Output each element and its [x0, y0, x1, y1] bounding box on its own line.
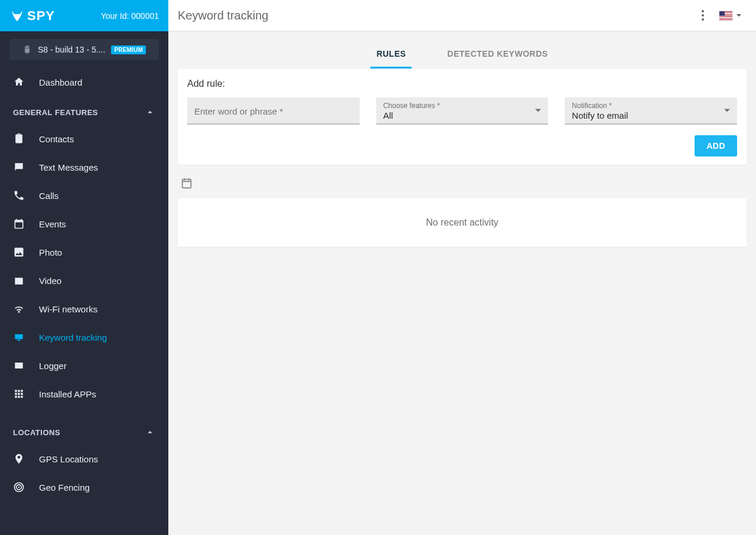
tabs: RULES DETECTED KEYWORDS — [178, 41, 747, 69]
svg-point-1 — [18, 12, 21, 14]
premium-badge: PREMIUM — [111, 45, 146, 54]
phone-icon — [13, 190, 25, 201]
keyboard-alt-icon — [13, 360, 25, 371]
section-header-locations[interactable]: LOCATIONS — [0, 416, 168, 445]
svg-point-0 — [14, 12, 16, 14]
kebab-icon — [702, 10, 704, 21]
sidebar-item-installed-apps[interactable]: Installed APPs — [0, 380, 168, 408]
sidebar-item-label: Text Messages — [39, 162, 98, 172]
sidebar-item-video[interactable]: Video — [0, 266, 168, 295]
add-rule-title: Add rule: — [187, 79, 737, 89]
features-label: Choose features * — [383, 102, 542, 109]
target-icon — [13, 481, 25, 493]
keyword-field[interactable] — [187, 97, 360, 125]
sidebar-item-dashboard[interactable]: Dashboard — [0, 68, 168, 96]
sidebar-item-text-messages[interactable]: Text Messages — [0, 153, 168, 181]
calendar-icon — [13, 218, 25, 230]
features-select[interactable]: Choose features * All — [376, 97, 549, 125]
features-value: All — [383, 110, 542, 120]
keyword-input[interactable] — [194, 106, 353, 116]
sidebar-item-events[interactable]: Events — [0, 210, 168, 238]
sidebar-item-label: Geo Fencing — [39, 482, 90, 492]
svg-point-5 — [702, 10, 704, 12]
sidebar: SPY Your Id: 000001 S8 - build 13 - 5...… — [0, 0, 168, 535]
logo[interactable]: SPY — [9, 8, 55, 24]
device-selector[interactable]: S8 - build 13 - 5.... PREMIUM — [9, 39, 159, 60]
page-title: Keyword tracking — [178, 9, 268, 22]
language-selector[interactable] — [719, 11, 742, 20]
sidebar-item-calls[interactable]: Calls — [0, 181, 168, 210]
user-id[interactable]: Your Id: 000001 — [101, 11, 159, 21]
logo-text: SPY — [27, 8, 55, 24]
date-picker-button[interactable] — [180, 177, 747, 191]
android-icon — [22, 45, 32, 54]
pin-icon — [13, 453, 25, 465]
sidebar-item-label: Logger — [39, 361, 67, 371]
logo-icon — [9, 9, 25, 22]
brand-bar: SPY Your Id: 000001 — [0, 0, 168, 31]
sidebar-item-label: Events — [39, 219, 66, 229]
empty-state-text: No recent activity — [426, 217, 498, 227]
sidebar-item-label: Photo — [39, 247, 62, 257]
sidebar-item-label: Video — [39, 276, 61, 286]
sidebar-item-wifi[interactable]: Wi-Fi networks — [0, 295, 168, 323]
notification-label: Notification * — [572, 102, 730, 109]
notification-select[interactable]: Notification * Notify to email — [565, 97, 737, 125]
sidebar-item-contacts[interactable]: Contacts — [0, 125, 168, 153]
chevron-down-icon — [724, 109, 730, 112]
flag-us-icon — [719, 11, 732, 20]
svg-point-6 — [702, 14, 704, 17]
activity-card: No recent activity — [178, 198, 747, 247]
sidebar-item-logger[interactable]: Logger — [0, 351, 168, 380]
sidebar-item-label: Installed APPs — [39, 389, 96, 399]
wifi-icon — [13, 303, 25, 315]
clipboard-icon — [13, 133, 25, 145]
sms-icon — [13, 161, 25, 173]
chevron-up-icon — [145, 427, 155, 438]
chevron-up-icon — [145, 107, 155, 118]
sidebar-item-label: Calls — [39, 191, 58, 201]
keyboard-icon — [13, 331, 25, 343]
calendar-outline-icon — [180, 177, 193, 190]
image-icon — [13, 246, 25, 258]
svg-point-4 — [18, 487, 20, 488]
topbar: Keyword tracking — [168, 0, 756, 31]
section-title: GENERAL FEATURES — [13, 108, 98, 117]
sidebar-item-label: Contacts — [39, 134, 74, 144]
home-icon — [13, 76, 25, 88]
main: Keyword tracking RULES DETECTED KEYWORDS… — [168, 0, 756, 535]
section-header-general[interactable]: GENERAL FEATURES — [0, 96, 168, 125]
section-title: LOCATIONS — [13, 428, 60, 437]
tab-detected-keywords[interactable]: DETECTED KEYWORDS — [441, 41, 553, 68]
sidebar-item-label: Keyword tracking — [39, 332, 107, 342]
video-icon — [13, 275, 25, 286]
more-menu-button[interactable] — [696, 8, 710, 22]
notification-value: Notify to email — [572, 110, 730, 120]
svg-rect-8 — [183, 180, 191, 188]
sidebar-item-label: Wi-Fi networks — [39, 304, 97, 314]
add-button[interactable]: ADD — [695, 135, 737, 156]
chevron-down-icon — [535, 109, 541, 112]
sidebar-item-gps[interactable]: GPS Locations — [0, 445, 168, 473]
add-rule-card: Add rule: Choose features * All Notifica… — [178, 69, 747, 165]
sidebar-item-label: GPS Locations — [39, 454, 98, 464]
sidebar-item-label: Dashboard — [39, 77, 82, 87]
sidebar-item-keyword-tracking[interactable]: Keyword tracking — [0, 323, 168, 351]
sidebar-item-photo[interactable]: Photo — [0, 238, 168, 266]
svg-point-7 — [702, 18, 704, 21]
sidebar-item-geofencing[interactable]: Geo Fencing — [0, 473, 168, 501]
tab-rules[interactable]: RULES — [370, 41, 412, 68]
device-name: S8 - build 13 - 5.... — [38, 45, 105, 54]
chevron-down-icon — [736, 12, 742, 18]
apps-icon — [13, 388, 25, 400]
